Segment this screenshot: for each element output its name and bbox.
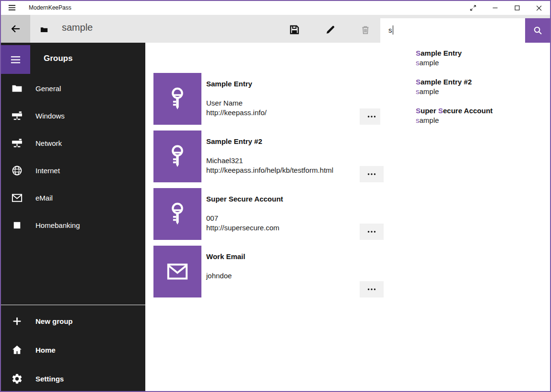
entry-username: Michael321 xyxy=(206,156,333,166)
sidebar-item-windows[interactable]: Windows xyxy=(1,102,145,130)
trash-icon xyxy=(360,24,371,36)
entry-tile[interactable] xyxy=(153,188,201,240)
entry-tile[interactable] xyxy=(153,246,201,297)
suggestion-subtitle: sample xyxy=(416,58,462,68)
ellipsis-icon xyxy=(366,226,377,237)
key-icon xyxy=(164,143,191,170)
entry-username: 007 xyxy=(206,214,280,223)
maximize-button[interactable] xyxy=(506,1,528,15)
more-options-button[interactable] xyxy=(360,224,384,240)
sidebar-item-settings[interactable]: Settings xyxy=(1,364,145,392)
sidebar: Groups General Windows Network Internet … xyxy=(1,43,145,391)
home-icon xyxy=(11,344,23,356)
suggestion-title: Super Secure Account xyxy=(416,106,492,116)
hamburger-icon xyxy=(9,53,22,66)
entry-url: http://keepass.info/help/kb/testform.htm… xyxy=(206,166,333,175)
back-arrow-icon xyxy=(10,23,22,35)
plus-icon xyxy=(11,315,23,327)
sidebar-separator xyxy=(1,305,145,305)
network-icon xyxy=(11,110,23,122)
hamburger-icon xyxy=(7,3,17,12)
suggestion-title: Sample Entry xyxy=(416,48,462,58)
gear-icon xyxy=(11,373,23,385)
groups-header: Groups xyxy=(44,54,72,63)
suggestion-sample-entry-2[interactable]: Sample Entry #2 sample xyxy=(416,77,472,96)
window-controls xyxy=(462,1,550,15)
entry-title: Work Email xyxy=(206,252,245,261)
fullscreen-icon xyxy=(469,4,477,12)
globe-icon xyxy=(11,165,23,177)
text-caret xyxy=(393,25,393,35)
search-input[interactable]: s xyxy=(380,18,525,43)
sidebar-item-home[interactable]: Home xyxy=(1,335,145,364)
pane-toggle-button[interactable] xyxy=(1,45,30,74)
pencil-icon xyxy=(325,24,336,36)
entry-username: User Name xyxy=(206,98,267,108)
entry-url: http://supersecure.com xyxy=(206,223,280,233)
entry-title: Super Secure Account xyxy=(206,194,283,204)
search-value: s xyxy=(388,26,392,34)
entry-url: http://keepass.info/ xyxy=(206,108,267,118)
sidebar-item-new-group[interactable]: New group xyxy=(1,307,145,335)
entry-title: Sample Entry xyxy=(206,79,252,89)
entry-tile[interactable] xyxy=(153,131,201,182)
key-icon xyxy=(164,201,191,227)
folder-icon xyxy=(11,83,23,95)
network-icon xyxy=(11,137,23,149)
save-button[interactable] xyxy=(289,24,300,36)
back-button[interactable] xyxy=(1,15,30,43)
square-icon xyxy=(11,219,23,231)
close-icon xyxy=(535,4,543,12)
entry-row-sample-entry-2[interactable]: Sample Entry #2 Michael321 http://keepas… xyxy=(145,131,550,182)
suggestion-sample-entry[interactable]: Sample Entry sample xyxy=(416,48,462,68)
search-button[interactable] xyxy=(525,18,550,43)
app-window: ModernKeePass sample xyxy=(0,0,551,392)
ellipsis-icon xyxy=(366,169,377,179)
sidebar-item-general[interactable]: General xyxy=(1,75,145,102)
entry-tile[interactable] xyxy=(153,73,201,125)
minimize-icon xyxy=(491,4,499,12)
title-bar: ModernKeePass xyxy=(1,1,550,15)
suggestion-subtitle: sample xyxy=(416,116,492,125)
entry-title: Sample Entry #2 xyxy=(206,137,262,146)
ellipsis-icon xyxy=(366,284,377,295)
more-options-button[interactable] xyxy=(360,281,384,297)
minimize-button[interactable] xyxy=(484,1,506,15)
ellipsis-icon xyxy=(366,111,377,122)
suggestion-subtitle: sample xyxy=(416,87,472,96)
database-icon xyxy=(40,25,48,34)
sidebar-item-homebanking[interactable]: Homebanking xyxy=(1,212,145,239)
system-menu-button[interactable] xyxy=(7,3,17,13)
entry-row-work-email[interactable]: Work Email johndoe xyxy=(145,246,550,297)
entry-row-super-secure-account[interactable]: Super Secure Account 007 http://supersec… xyxy=(145,188,550,240)
more-options-button[interactable] xyxy=(360,166,384,182)
fullscreen-button[interactable] xyxy=(462,1,484,15)
entry-username: johndoe xyxy=(206,271,232,281)
key-icon xyxy=(164,85,191,112)
envelope-icon xyxy=(165,260,189,284)
delete-button[interactable] xyxy=(360,24,371,36)
suggestion-title: Sample Entry #2 xyxy=(416,77,472,87)
sidebar-item-internet[interactable]: Internet xyxy=(1,157,145,184)
window-title: ModernKeePass xyxy=(29,4,71,11)
suggestion-super-secure-account[interactable]: Super Secure Account sample xyxy=(416,106,492,125)
database-title: sample xyxy=(62,22,93,33)
search-suggestions: Sample Entry sample Sample Entry #2 samp… xyxy=(380,43,550,132)
sidebar-item-network[interactable]: Network xyxy=(1,130,145,157)
edit-button[interactable] xyxy=(325,24,336,36)
save-icon xyxy=(289,24,300,36)
sidebar-item-email[interactable]: eMail xyxy=(1,184,145,212)
search-icon xyxy=(533,25,543,36)
maximize-icon xyxy=(513,4,521,12)
envelope-icon xyxy=(11,192,23,204)
close-button[interactable] xyxy=(528,1,550,15)
